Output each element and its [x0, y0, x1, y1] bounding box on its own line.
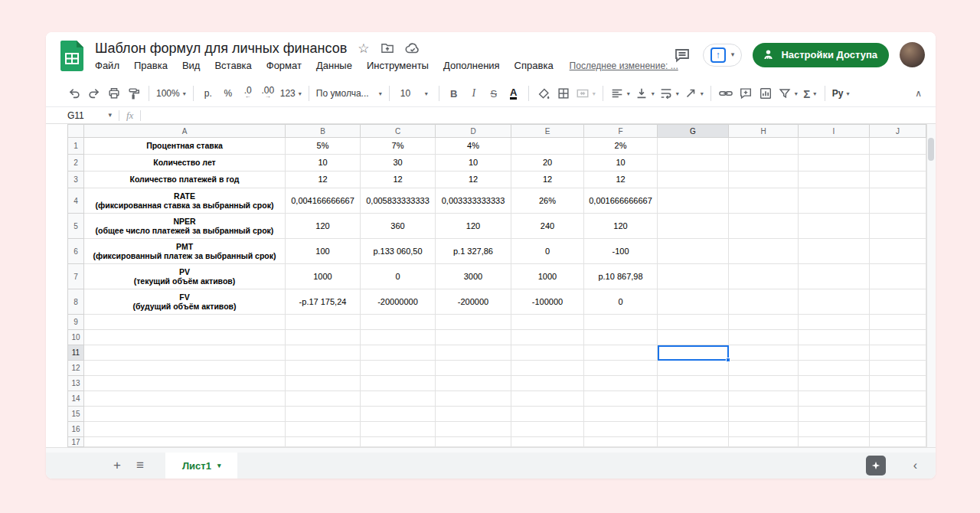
cell-H6[interactable]	[729, 239, 799, 264]
cell-A14[interactable]	[84, 391, 286, 407]
column-header-B[interactable]: B	[286, 124, 361, 138]
cell-F16[interactable]	[584, 422, 658, 437]
cell-C11[interactable]	[361, 345, 436, 361]
cell-G11[interactable]	[658, 345, 729, 361]
cell-I8[interactable]	[799, 289, 870, 315]
row-header-12[interactable]: 12	[67, 361, 84, 376]
cell-F15[interactable]	[584, 407, 658, 422]
cell-A10[interactable]	[84, 330, 286, 345]
cell-E4[interactable]: 26%	[511, 188, 584, 214]
cell-G16[interactable]	[658, 422, 729, 437]
column-header-I[interactable]: I	[799, 124, 870, 138]
cell-J5[interactable]	[870, 214, 926, 239]
cell-J14[interactable]	[870, 391, 926, 407]
column-header-F[interactable]: F	[584, 124, 658, 138]
cell-G9[interactable]	[658, 315, 729, 330]
cell-H14[interactable]	[729, 391, 799, 407]
cell-C7[interactable]: 0	[361, 264, 436, 289]
cell-E3[interactable]: 12	[511, 172, 584, 188]
cell-G7[interactable]	[658, 264, 729, 289]
cell-I16[interactable]	[799, 422, 870, 437]
cell-B12[interactable]	[286, 361, 361, 376]
cell-D13[interactable]	[436, 376, 511, 391]
row-header-17[interactable]: 17	[67, 437, 84, 447]
column-header-D[interactable]: D	[436, 124, 511, 138]
cell-G10[interactable]	[658, 330, 729, 345]
cell-H9[interactable]	[729, 315, 799, 330]
cell-F5[interactable]: 120	[584, 214, 658, 239]
row-header-7[interactable]: 7	[67, 264, 84, 289]
row-header-2[interactable]: 2	[67, 155, 84, 172]
cell-I15[interactable]	[799, 407, 870, 422]
row-header-13[interactable]: 13	[67, 376, 84, 391]
cell-F3[interactable]: 12	[584, 172, 658, 188]
horizontal-scrollbar[interactable]	[46, 447, 936, 453]
cell-F2[interactable]: 10	[584, 155, 658, 172]
cell-C16[interactable]	[361, 422, 436, 437]
cell-H15[interactable]	[729, 407, 799, 422]
row-header-16[interactable]: 16	[67, 422, 84, 437]
cell-I2[interactable]	[799, 155, 870, 172]
row-header-4[interactable]: 4	[67, 188, 84, 214]
cell-I17[interactable]	[799, 437, 870, 447]
cell-E1[interactable]	[511, 138, 584, 155]
cell-B8[interactable]: -р.17 175,24	[286, 289, 361, 315]
cell-D10[interactable]	[436, 330, 511, 345]
cell-H2[interactable]	[729, 155, 799, 172]
cell-E13[interactable]	[511, 376, 584, 391]
cell-A17[interactable]	[84, 437, 286, 447]
cell-D1[interactable]: 4%	[436, 138, 511, 155]
cell-I5[interactable]	[799, 214, 870, 239]
cell-F8[interactable]: 0	[584, 289, 658, 315]
cell-H16[interactable]	[729, 422, 799, 437]
cell-F6[interactable]: -100	[584, 239, 658, 264]
cell-J11[interactable]	[870, 345, 926, 361]
cell-I13[interactable]	[799, 376, 870, 391]
cell-E15[interactable]	[511, 407, 584, 422]
cell-A13[interactable]	[84, 376, 286, 391]
cell-F13[interactable]	[584, 376, 658, 391]
column-header-G[interactable]: G	[658, 124, 729, 138]
row-header-14[interactable]: 14	[67, 391, 84, 407]
cell-J12[interactable]	[870, 361, 926, 376]
cell-I14[interactable]	[799, 391, 870, 407]
cell-G2[interactable]	[658, 155, 729, 172]
cell-E16[interactable]	[511, 422, 584, 437]
cell-E17[interactable]	[511, 437, 584, 447]
cell-H10[interactable]	[729, 330, 799, 345]
cell-I12[interactable]	[799, 361, 870, 376]
cell-H13[interactable]	[729, 376, 799, 391]
cell-H11[interactable]	[729, 345, 799, 361]
cell-E11[interactable]	[511, 345, 584, 361]
cell-D9[interactable]	[436, 315, 511, 330]
column-header-E[interactable]: E	[511, 124, 584, 138]
cell-G6[interactable]	[658, 239, 729, 264]
cell-J16[interactable]	[870, 422, 926, 437]
cell-G5[interactable]	[658, 214, 729, 239]
cell-J6[interactable]	[870, 239, 926, 264]
cell-H17[interactable]	[729, 437, 799, 447]
cell-A12[interactable]	[84, 361, 286, 376]
cell-B3[interactable]: 12	[286, 172, 361, 188]
cell-C1[interactable]: 7%	[361, 138, 436, 155]
cell-I6[interactable]	[799, 239, 870, 264]
cell-A8[interactable]: FV(будущий объём активов)	[84, 289, 286, 315]
cell-D8[interactable]: -200000	[436, 289, 511, 315]
cell-I11[interactable]	[799, 345, 870, 361]
cell-J17[interactable]	[870, 437, 926, 447]
fill-handle[interactable]	[726, 358, 730, 362]
column-header-A[interactable]: A	[84, 124, 286, 138]
cell-J3[interactable]	[870, 172, 926, 188]
show-side-panel-icon[interactable]: ‹	[913, 459, 917, 472]
cell-C13[interactable]	[361, 376, 436, 391]
cell-E14[interactable]	[511, 391, 584, 407]
cell-D11[interactable]	[436, 345, 511, 361]
vertical-scrollbar[interactable]	[926, 124, 936, 447]
grid-corner[interactable]	[67, 124, 84, 138]
cell-C12[interactable]	[361, 361, 436, 376]
cell-J4[interactable]	[870, 188, 926, 214]
cell-C14[interactable]	[361, 391, 436, 407]
cell-D6[interactable]: р.1 327,86	[436, 239, 511, 264]
cell-D14[interactable]	[436, 391, 511, 407]
cell-E9[interactable]	[511, 315, 584, 330]
